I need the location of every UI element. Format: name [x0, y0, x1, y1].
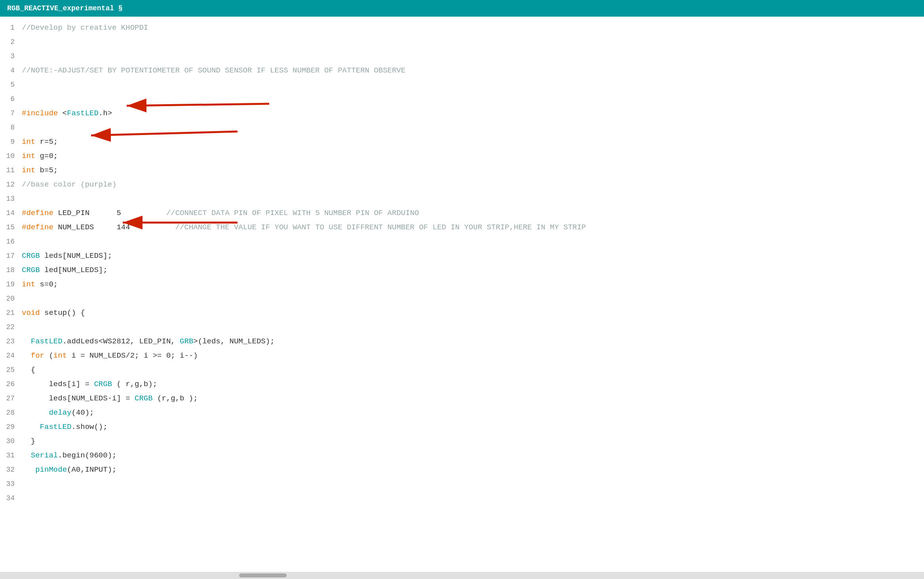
table-row: 9 int r=5;	[0, 135, 924, 149]
line-number: 15	[0, 220, 22, 234]
code-content	[22, 477, 924, 491]
table-row: 32 pinMode(A0,INPUT);	[0, 463, 924, 477]
code-content: #include <FastLED.h>	[22, 106, 924, 120]
line-number: 10	[0, 149, 22, 163]
line-number: 5	[0, 78, 22, 92]
code-content: //Develop by creative KHOPDI	[22, 21, 924, 35]
code-content: void setup() {	[22, 306, 924, 320]
code-content: for (int i = NUM_LEDS/2; i >= 0; i--)	[22, 349, 924, 363]
table-row: 14 #define LED_PIN 5 //CONNECT DATA PIN …	[0, 206, 924, 220]
line-number: 3	[0, 49, 22, 63]
table-row: 3	[0, 49, 924, 63]
line-number: 19	[0, 277, 22, 291]
code-content: #define NUM_LEDS 144 //CHANGE THE VALUE …	[22, 220, 924, 234]
table-row: 28 delay(40);	[0, 406, 924, 420]
table-row: 8	[0, 120, 924, 135]
code-content: pinMode(A0,INPUT);	[22, 463, 924, 477]
table-row: 13	[0, 192, 924, 206]
table-row: 31 Serial.begin(9600);	[0, 448, 924, 463]
code-content: {	[22, 363, 924, 377]
line-number: 7	[0, 106, 22, 120]
line-number: 17	[0, 249, 22, 263]
line-number: 13	[0, 192, 22, 206]
line-number: 25	[0, 363, 22, 377]
line-number: 31	[0, 448, 22, 463]
code-content	[22, 78, 924, 92]
line-number: 8	[0, 120, 22, 135]
line-number: 6	[0, 92, 22, 106]
table-row: 4 //NOTE:-ADJUST/SET BY POTENTIOMETER OF…	[0, 63, 924, 78]
code-content	[22, 291, 924, 306]
table-row: 5	[0, 78, 924, 92]
table-row: 17 CRGB leds[NUM_LEDS];	[0, 249, 924, 263]
line-number: 22	[0, 320, 22, 334]
line-number: 26	[0, 377, 22, 391]
code-content: FastLED.addLeds<WS2812, LED_PIN, GRB>(le…	[22, 334, 924, 349]
line-number: 2	[0, 35, 22, 49]
line-number: 30	[0, 434, 22, 448]
code-content	[22, 234, 924, 249]
code-content: Serial.begin(9600);	[22, 448, 924, 463]
table-row: 27 leds[NUM_LEDS-i] = CRGB (r,g,b );	[0, 391, 924, 406]
scrollbar[interactable]	[0, 572, 924, 579]
code-content	[22, 192, 924, 206]
code-content: int r=5;	[22, 135, 924, 149]
table-row: 11 int b=5;	[0, 163, 924, 177]
table-row: 34	[0, 491, 924, 505]
line-number: 14	[0, 206, 22, 220]
table-row: 7 #include <FastLED.h>	[0, 106, 924, 120]
scrollbar-thumb[interactable]	[239, 573, 287, 577]
title-label: RGB_REACTIVE_experimental §	[7, 4, 123, 12]
line-number: 27	[0, 391, 22, 406]
line-number: 23	[0, 334, 22, 349]
line-number: 11	[0, 163, 22, 177]
code-content	[22, 35, 924, 49]
code-content: leds[NUM_LEDS-i] = CRGB (r,g,b );	[22, 391, 924, 406]
table-row: 15 #define NUM_LEDS 144 //CHANGE THE VAL…	[0, 220, 924, 234]
line-number: 1	[0, 21, 22, 35]
code-content: CRGB leds[NUM_LEDS];	[22, 249, 924, 263]
code-content	[22, 120, 924, 135]
editor-area[interactable]: 1 //Develop by creative KHOPDI 2 3 4 //N…	[0, 17, 924, 572]
title-bar[interactable]: RGB_REACTIVE_experimental §	[0, 0, 924, 17]
table-row: 19 int s=0;	[0, 277, 924, 291]
table-row: 29 FastLED.show();	[0, 420, 924, 434]
code-content	[22, 491, 924, 505]
table-row: 6	[0, 92, 924, 106]
line-number: 12	[0, 177, 22, 192]
code-content: #define LED_PIN 5 //CONNECT DATA PIN OF …	[22, 206, 924, 220]
code-content: //NOTE:-ADJUST/SET BY POTENTIOMETER OF S…	[22, 63, 924, 78]
table-row: 24 for (int i = NUM_LEDS/2; i >= 0; i--)	[0, 349, 924, 363]
table-row: 26 leds[i] = CRGB ( r,g,b);	[0, 377, 924, 391]
code-content: leds[i] = CRGB ( r,g,b);	[22, 377, 924, 391]
code-content	[22, 92, 924, 106]
table-row: 33	[0, 477, 924, 491]
table-row: 18 CRGB led[NUM_LEDS];	[0, 263, 924, 277]
line-number: 21	[0, 306, 22, 320]
line-number: 4	[0, 63, 22, 78]
line-number: 33	[0, 477, 22, 491]
table-row: 16	[0, 234, 924, 249]
code-content: FastLED.show();	[22, 420, 924, 434]
line-number: 29	[0, 420, 22, 434]
table-row: 21 void setup() {	[0, 306, 924, 320]
table-row: 23 FastLED.addLeds<WS2812, LED_PIN, GRB>…	[0, 334, 924, 349]
line-number: 34	[0, 491, 22, 505]
code-content: }	[22, 434, 924, 448]
code-content: int b=5;	[22, 163, 924, 177]
main-window: RGB_REACTIVE_experimental § 1 //Develop …	[0, 0, 924, 579]
table-row: 10 int g=0;	[0, 149, 924, 163]
code-content: //base color (purple)	[22, 177, 924, 192]
table-row: 1 //Develop by creative KHOPDI	[0, 21, 924, 35]
table-row: 25 {	[0, 363, 924, 377]
line-number: 20	[0, 291, 22, 306]
table-row: 12 //base color (purple)	[0, 177, 924, 192]
code-content	[22, 49, 924, 63]
code-content: int s=0;	[22, 277, 924, 291]
table-row: 2	[0, 35, 924, 49]
line-number: 18	[0, 263, 22, 277]
code-content: CRGB led[NUM_LEDS];	[22, 263, 924, 277]
line-number: 32	[0, 463, 22, 477]
line-number: 9	[0, 135, 22, 149]
code-content: int g=0;	[22, 149, 924, 163]
